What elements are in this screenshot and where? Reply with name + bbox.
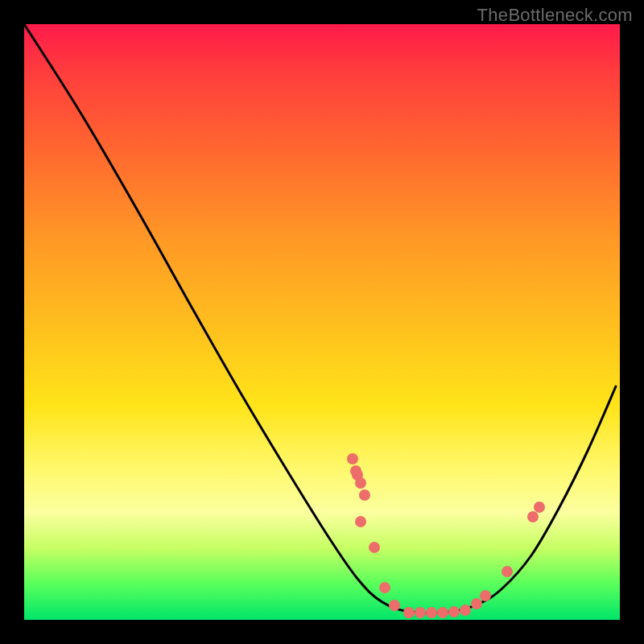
data-marker [355, 516, 366, 527]
data-marker [426, 607, 437, 618]
data-marker [502, 566, 513, 577]
data-marker [369, 542, 380, 553]
data-marker [534, 502, 545, 513]
data-marker [359, 489, 370, 501]
data-markers [347, 453, 545, 618]
data-marker [347, 453, 358, 464]
data-marker [448, 606, 460, 617]
data-marker [415, 607, 426, 618]
watermark-text: TheBottleneck.com [477, 5, 633, 26]
data-marker [389, 600, 400, 611]
bottleneck-curve [24, 24, 616, 613]
chart-svg [24, 24, 620, 620]
data-marker [471, 598, 482, 609]
data-marker [403, 607, 415, 618]
data-marker [460, 605, 471, 616]
data-marker [379, 582, 390, 593]
data-marker [352, 469, 363, 481]
data-marker [527, 511, 539, 522]
data-marker [480, 590, 491, 601]
data-marker [437, 607, 448, 618]
